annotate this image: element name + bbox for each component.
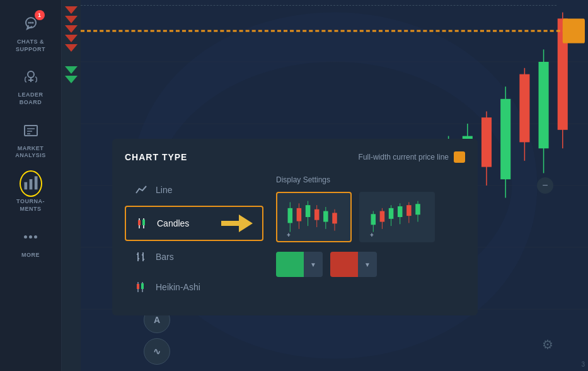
- svg-point-3: [32, 22, 33, 24]
- sidebar-item-tournaments[interactable]: TOURNA- MENTS: [0, 166, 61, 219]
- bottom-right-number: 3: [581, 361, 585, 368]
- sidebar-label-market: MARKET ANALYSIS: [15, 145, 46, 160]
- candles-label: Candles: [157, 218, 189, 228]
- line-label: Line: [156, 185, 172, 195]
- chart-previews: [276, 192, 465, 242]
- up-arrow-2: [65, 76, 78, 83]
- panel-body: Line: [125, 175, 465, 303]
- sidebar-item-more[interactable]: MORE: [0, 220, 61, 266]
- svg-rect-45: [563, 18, 585, 43]
- svg-rect-47: [138, 220, 141, 225]
- sidebar-item-market-analysis[interactable]: MARKET ANALYSIS: [0, 113, 61, 166]
- bull-color-selector[interactable]: ▼: [276, 252, 323, 277]
- tournaments-icon: [22, 175, 40, 192]
- display-settings: Display Settings: [276, 175, 465, 303]
- svg-point-1: [28, 22, 30, 24]
- dashed-price-line: [81, 5, 556, 6]
- svg-rect-81: [398, 206, 403, 217]
- panel-title: CHART TYPE: [125, 152, 187, 162]
- svg-rect-10: [29, 179, 32, 189]
- svg-rect-21: [539, 62, 549, 148]
- svg-rect-63: [297, 208, 302, 221]
- chart-type-panel: CHART TYPE Full-width current price line: [112, 139, 478, 315]
- full-width-toggle[interactable]: [454, 151, 465, 163]
- svg-point-4: [28, 71, 34, 78]
- up-arrow-1: [65, 66, 78, 74]
- bars-chart-icon: [134, 250, 148, 264]
- leaderboard-icon-wrapper: [20, 66, 42, 88]
- svg-rect-23: [519, 74, 529, 143]
- bull-color-swatch: [276, 252, 304, 277]
- svg-rect-27: [481, 117, 492, 167]
- svg-rect-69: [323, 211, 328, 222]
- svg-rect-49: [142, 220, 145, 225]
- display-settings-title: Display Settings: [276, 175, 465, 184]
- bull-color-dropdown[interactable]: ▼: [304, 252, 323, 277]
- line-chart-icon: [134, 183, 148, 197]
- chart-preview-1[interactable]: [276, 192, 352, 242]
- down-arrow-1: [65, 6, 78, 14]
- sidebar-item-chats-support[interactable]: 1 CHATS & SUPPORT: [0, 6, 61, 59]
- svg-rect-5: [25, 126, 37, 136]
- svg-rect-57: [137, 284, 139, 289]
- leaderboard-icon: [22, 68, 40, 86]
- down-arrow-2: [65, 16, 78, 23]
- bear-color-dropdown[interactable]: ▼: [358, 252, 377, 277]
- svg-rect-25: [500, 99, 510, 179]
- full-width-option[interactable]: Full-width current price line: [359, 151, 465, 163]
- chart-type-candles[interactable]: Candles: [125, 206, 263, 241]
- market-analysis-icon-wrapper: [20, 119, 42, 142]
- svg-rect-61: [288, 208, 293, 223]
- market-analysis-icon: [22, 122, 40, 139]
- gear-icon[interactable]: ⚙: [542, 337, 553, 352]
- down-arrow-3: [65, 25, 78, 33]
- notification-badge: 1: [35, 10, 45, 20]
- main-area: HIGHER 33% CHART TYPE Full-width current…: [62, 0, 588, 371]
- svg-rect-85: [415, 204, 420, 215]
- sidebar-label-leaderboard: LEADER BOARD: [18, 91, 43, 106]
- chart-area: HIGHER 33% CHART TYPE Full-width current…: [81, 0, 588, 371]
- svg-rect-77: [380, 211, 385, 222]
- bars-label: Bars: [156, 252, 174, 262]
- more-icon-wrapper: [20, 226, 42, 249]
- bear-color-swatch: [330, 252, 358, 277]
- down-arrow-4: [65, 35, 78, 42]
- svg-rect-59: [141, 283, 144, 289]
- zoom-controls: −: [537, 177, 553, 194]
- svg-point-2: [30, 22, 32, 24]
- side-indicator-bar: [62, 0, 81, 371]
- svg-rect-11: [34, 176, 37, 189]
- sidebar: 1 CHATS & SUPPORT LEADER BOARD: [0, 0, 62, 371]
- three-dots-icon: [24, 235, 37, 238]
- bear-color-selector[interactable]: ▼: [330, 252, 377, 277]
- sidebar-label-chats: CHATS & SUPPORT: [16, 38, 45, 53]
- sidebar-item-leaderboard[interactable]: LEADER BOARD: [0, 59, 61, 112]
- sidebar-label-more: MORE: [21, 252, 40, 259]
- chart-preview-2[interactable]: [359, 192, 435, 242]
- tournaments-icon-wrapper: [20, 172, 42, 195]
- wave-btn[interactable]: ∿: [144, 338, 170, 365]
- svg-rect-83: [406, 205, 412, 216]
- full-width-label: Full-width current price line: [359, 153, 449, 162]
- chart-type-list: Line: [125, 175, 263, 303]
- sidebar-label-tournaments: TOURNA- MENTS: [16, 198, 45, 213]
- svg-rect-65: [306, 205, 311, 217]
- heikin-ashi-label: Heikin-Ashi: [156, 282, 200, 292]
- zoom-out-btn[interactable]: −: [537, 177, 553, 194]
- svg-rect-79: [389, 208, 394, 219]
- color-selectors: ▼ ▼: [276, 252, 465, 277]
- chart-type-line[interactable]: Line: [125, 175, 263, 204]
- svg-rect-71: [332, 213, 337, 223]
- svg-rect-75: [371, 214, 376, 225]
- svg-rect-67: [314, 209, 320, 220]
- candles-chart-icon: [135, 216, 149, 230]
- chart-type-bars[interactable]: Bars: [125, 242, 263, 271]
- chart-type-heikin-ashi[interactable]: Heikin-Ashi: [125, 273, 263, 302]
- panel-header: CHART TYPE Full-width current price line: [125, 151, 465, 163]
- down-arrow-5: [65, 44, 78, 52]
- chat-icon-wrapper: 1: [20, 13, 42, 35]
- heikin-ashi-icon: [134, 280, 148, 294]
- svg-rect-9: [24, 182, 27, 190]
